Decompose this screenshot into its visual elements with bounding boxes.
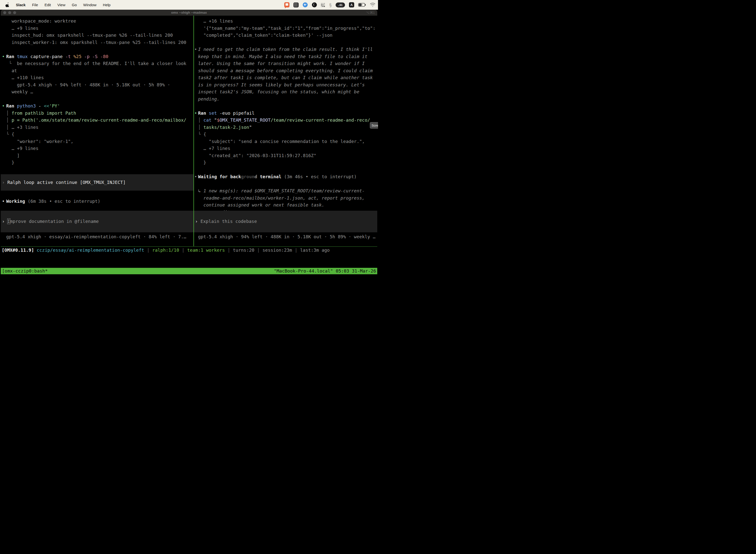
status-icons: § ..61 A <box>284 2 376 8</box>
prompt-input-worker[interactable]: › Explain this codebase <box>194 211 378 233</box>
screen: SlackFileEditViewGoWindowHelp § ..61 A <box>0 0 378 277</box>
seal-icon[interactable] <box>303 2 308 7</box>
omx-status-bar: [OMX#0.11.9] cczip/essay/ai-reimplementa… <box>1 247 377 254</box>
wifi-icon[interactable] <box>370 3 376 7</box>
menu-window[interactable]: Window <box>83 3 97 7</box>
pane-worker-1: … +16 lines '{"team_name":"my-team","tas… <box>194 16 378 246</box>
window-shortcut-hint: ⌥⌘1 <box>366 10 375 16</box>
pane-divider[interactable] <box>193 16 194 246</box>
menu-view[interactable]: View <box>57 3 65 7</box>
screen-tooltip: Scre <box>370 122 378 128</box>
keyboard-icon[interactable] <box>294 2 299 7</box>
terminal-window: omx --xhigh --madmax ⌥⌘1 workspace_mode:… <box>1 10 377 277</box>
battery-icon[interactable] <box>358 3 366 7</box>
tmux-host-clock: "MacBook-Pro-44.local" 05:03 31-Mar-26 <box>274 268 376 274</box>
menu-help[interactable]: Help <box>103 3 111 7</box>
badge-61-icon[interactable]: ..61 <box>335 2 345 7</box>
window-titlebar[interactable]: omx --xhigh --madmax ⌥⌘1 <box>1 10 377 16</box>
menu-bar: SlackFileEditViewGoWindowHelp § ..61 A <box>0 0 378 10</box>
menu-file[interactable]: File <box>32 3 38 7</box>
screen-sharing-icon[interactable] <box>284 2 290 7</box>
working-status: •Working (6m 38s • esc to interrupt) <box>6 198 100 205</box>
prompt-input-hud[interactable]: › Improve documentation in @filename <box>1 211 193 233</box>
dots-grid-icon[interactable] <box>321 3 325 7</box>
input-source-icon[interactable]: A <box>349 2 354 7</box>
hud-scrollback: workspace_mode: worktree … +9 lines insp… <box>1 16 193 166</box>
menu-edit[interactable]: Edit <box>44 3 51 7</box>
tmux-panes: workspace_mode: worktree … +9 lines insp… <box>1 16 377 247</box>
menu-slack[interactable]: Slack <box>16 3 25 7</box>
squiggle-icon[interactable]: § <box>329 2 332 8</box>
tmux-session-name[interactable]: [omx-cczip0:bash* <box>2 268 48 274</box>
worker-scrollback: … +16 lines '{"team_name":"my-team","tas… <box>194 16 378 216</box>
menu-items: SlackFileEditViewGoWindowHelp <box>9 3 111 7</box>
apple-menu-icon[interactable] <box>5 2 9 7</box>
window-title: omx --xhigh --madmax <box>1 10 377 16</box>
pane-hud: workspace_mode: worktree … +9 lines insp… <box>1 16 193 246</box>
crescent-icon[interactable] <box>312 2 317 7</box>
hud-session-status: gpt-5.4 xhigh · essay/ai-reimplementatio… <box>6 233 186 240</box>
tmux-status-bar: [omx-cczip0:bash* "MacBook-Pro-44.local"… <box>1 268 377 274</box>
ralph-loop-banner: › Ralph loop active continue [OMX_TMUX_I… <box>1 174 193 191</box>
worker-session-status: gpt-5.4 xhigh · 94% left · 488K in · 5.1… <box>198 233 376 240</box>
menu-go[interactable]: Go <box>72 3 77 7</box>
